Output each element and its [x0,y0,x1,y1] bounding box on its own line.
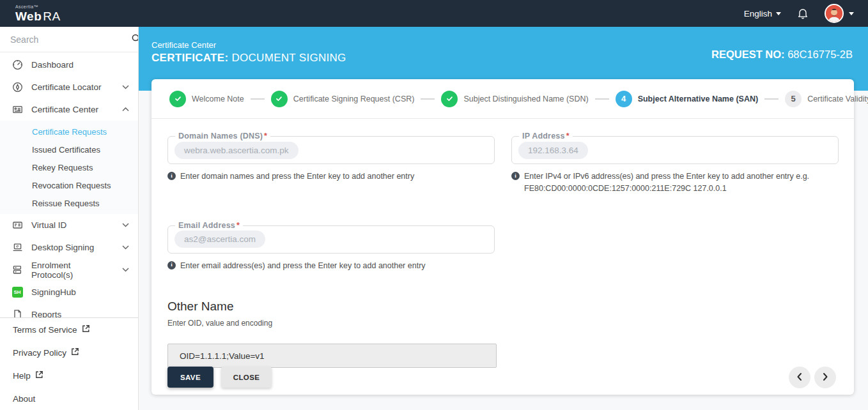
brand-name: WebRA [15,10,61,22]
email-input[interactable]: Email Address* as2@ascertia.com [167,225,495,254]
info-icon: i [511,172,520,180]
sidebar-menu: Dashboard Certificate Locator Certificat… [0,52,138,326]
terms-of-service-link[interactable]: Terms of Service [0,318,138,341]
external-link-icon [71,347,79,358]
sidebar-item-certificate-center[interactable]: Certificate Center [0,98,138,121]
form-actions: SAVE CLOSE [167,367,272,388]
sidebar-item-label: Virtual ID [31,220,66,230]
save-button[interactable]: SAVE [167,367,213,388]
signinghub-icon: SH [12,287,23,298]
privacy-policy-link[interactable]: Privacy Policy [0,341,138,364]
language-selector[interactable]: English [744,9,781,19]
other-name-subtitle: Enter OID, value and encoding [167,319,838,328]
sidebar-item-certificate-requests[interactable]: Certificate Requests [0,123,138,140]
sidebar-item-label: Certificate Locator [31,82,102,92]
main-content: Certificate Center CERTIFICATE: DOCUMENT… [139,27,868,410]
email-hint: i Enter email address(es) and press the … [167,260,495,272]
step-sdn[interactable]: Subject Distinguished Name (SDN) [441,91,588,107]
ip-chip[interactable]: 192.168.3.64 [518,142,588,159]
breadcrumb: Certificate Center [151,40,216,50]
page-title: CERTIFICATE: DOCUMENT SIGNING [151,52,346,65]
step-pager [789,367,836,388]
search-input[interactable] [10,34,126,45]
search-icon[interactable] [131,33,139,46]
sidebar-item-desktop-signing[interactable]: Desktop Signing [0,236,138,259]
request-number: REQUEST NO: 68C16775-2B [711,49,853,61]
chevron-down-icon [122,223,129,227]
notifications-bell-icon[interactable] [796,7,809,20]
sidebar-item-signinghub[interactable]: SH SigningHub [0,281,138,303]
app-logo[interactable]: Ascertia™ WebRA [15,4,61,22]
external-link-icon [35,370,43,381]
sidebar-item-dashboard[interactable]: Dashboard [0,54,138,76]
ip-hint: i Enter IPv4 or IPv6 address(es) and pre… [511,171,839,195]
chevron-down-icon [122,268,129,272]
chevron-down-icon [776,12,781,15]
dns-chip[interactable]: webra.web.ascertia.com.pk [174,142,298,159]
sidebar-item-virtual-id[interactable]: Virtual ID [0,214,138,236]
sidebar-item-rekey-requests[interactable]: Rekey Requests [0,158,138,176]
required-asterisk: * [236,221,240,230]
sidebar-item-label: Enrolment Protocol(s) [31,261,114,280]
user-menu[interactable] [825,4,854,23]
step-csr[interactable]: Certificate Signing Request (CSR) [271,91,415,107]
sidebar-item-issued-certificates[interactable]: Issued Certificates [0,140,138,158]
step-connector [595,98,609,100]
step-welcome-note[interactable]: Welcome Note [169,91,244,107]
help-link[interactable]: Help [0,364,138,387]
chevron-right-icon [821,372,830,383]
avatar [825,4,844,23]
dns-label: Domain Names (DNS)* [175,132,270,140]
sidebar-item-certificate-locator[interactable]: Certificate Locator [0,76,138,98]
sidebar-item-label: Desktop Signing [31,243,94,252]
certificate-center-submenu: Certificate Requests Issued Certificates… [0,121,138,214]
other-name-section: Other Name Enter OID, value and encoding… [167,300,838,368]
step-certificate-validity[interactable]: 5 Certificate Validity [785,91,868,107]
sidebar-search [0,27,138,52]
language-label: English [744,9,772,19]
step-check-icon [169,91,186,107]
certificate-card-icon [12,104,23,115]
sidebar-item-label: Dashboard [31,60,74,70]
step-connector [764,98,779,100]
sidebar-item-label: Certificate Center [31,105,98,114]
step-number: 5 [785,91,802,107]
close-button[interactable]: CLOSE [221,367,272,388]
wizard-stepper: Welcome Note Certificate Signing Request… [151,79,854,119]
step-connector [421,98,435,100]
info-icon: i [167,172,176,180]
step-san[interactable]: 4 Subject Alternative Name (SAN) [616,91,758,107]
info-icon: i [167,261,176,270]
sidebar-item-label: SigningHub [31,287,76,297]
dns-field-group: Domain Names (DNS)* webra.web.ascertia.c… [167,136,495,195]
step-check-icon [271,91,288,107]
sidebar-item-enrolment-protocols[interactable]: Enrolment Protocol(s) [0,259,138,281]
step-connector [251,98,265,100]
sidebar-item-revocation-requests[interactable]: Revocation Requests [0,176,138,194]
about-link[interactable]: About [0,387,138,410]
sidebar-footer: Terms of Service Privacy Policy Help Abo… [0,317,138,410]
oid-value-input[interactable]: OID=1.1.1.1;Value=v1 [167,344,497,368]
sidebar: Dashboard Certificate Locator Certificat… [0,27,139,410]
external-link-icon [82,324,90,335]
required-asterisk: * [566,132,570,140]
protocol-stack-icon [12,264,23,275]
sidebar-item-reissue-requests[interactable]: Reissue Requests [0,194,138,212]
ip-input[interactable]: IP Address* 192.168.3.64 [511,136,839,164]
previous-step-button[interactable] [789,367,810,388]
chevron-down-icon [122,245,129,250]
required-asterisk: * [264,132,267,140]
other-name-title: Other Name [167,300,838,314]
dns-input[interactable]: Domain Names (DNS)* webra.web.ascertia.c… [167,136,495,164]
laptop-icon [12,242,23,253]
chevron-down-icon [849,12,854,15]
dns-hint: i Enter domain names and press the Enter… [167,171,495,183]
dashboard-gauge-icon [12,59,23,70]
step-check-icon [441,91,458,107]
ip-field-group: IP Address* 192.168.3.64 i Enter IPv4 or… [511,136,839,195]
email-chip[interactable]: as2@ascertia.com [174,231,265,248]
next-step-button[interactable] [814,367,836,388]
ip-label: IP Address* [519,132,573,140]
step-number: 4 [616,91,632,107]
chevron-left-icon [795,372,804,383]
